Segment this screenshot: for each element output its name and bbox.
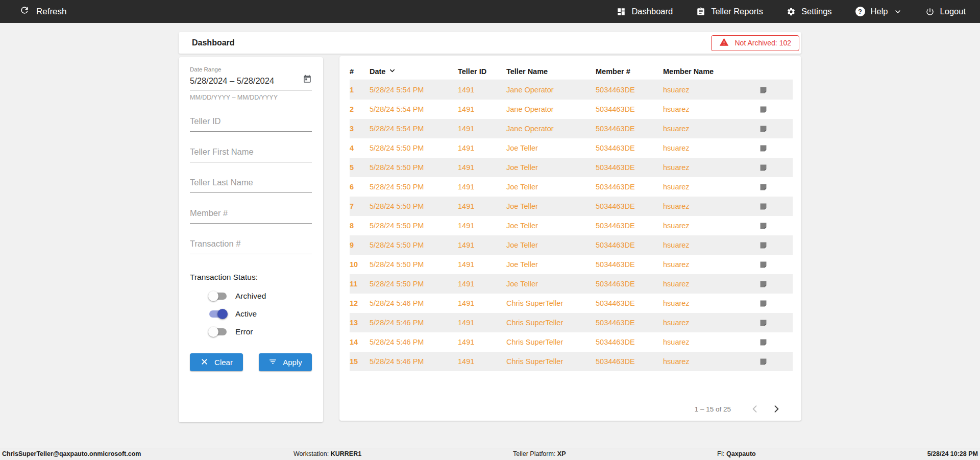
cell-member-number: 5034463DE — [596, 299, 663, 307]
cell-row-number: 1 — [350, 86, 370, 94]
gear-icon — [787, 7, 796, 16]
clear-label: Clear — [214, 358, 233, 367]
table-row[interactable]: 12 5/28/24 5:46 PM 1491 Chris SuperTelle… — [350, 294, 793, 313]
table-row[interactable]: 3 5/28/24 5:54 PM 1491 Jane Operator 503… — [350, 119, 793, 138]
cell-member-number: 5034463DE — [596, 125, 663, 133]
col-header-date-label: Date — [370, 67, 385, 76]
cell-member-number: 5034463DE — [596, 338, 663, 346]
cell-row-number: 4 — [350, 144, 370, 152]
cell-member-name: hsuarez — [663, 280, 757, 288]
member-number-input[interactable] — [190, 206, 312, 224]
refresh-icon — [19, 5, 30, 18]
status-toggle[interactable] — [208, 309, 228, 319]
status-toggle-row: Active — [208, 308, 312, 320]
col-header-date[interactable]: Date — [370, 67, 458, 76]
table-row[interactable]: 2 5/28/24 5:54 PM 1491 Jane Operator 503… — [350, 100, 793, 119]
workstation-status: Workstation: KURRER1 — [293, 448, 361, 460]
note-icon[interactable] — [757, 357, 793, 366]
cell-member-name: hsuarez — [663, 163, 757, 172]
col-header-teller-id: Teller ID — [458, 67, 506, 76]
status-toggle[interactable] — [208, 291, 228, 301]
table-row[interactable]: 4 5/28/24 5:50 PM 1491 Joe Teller 503446… — [350, 138, 793, 158]
not-archived-badge[interactable]: Not Archived: 102 — [711, 35, 799, 51]
previous-page-icon[interactable] — [748, 402, 762, 416]
filter-panel: Date Range 5/28/2024 – 5/28/2024 MM/DD/Y… — [179, 57, 323, 422]
table-row[interactable]: 9 5/28/24 5:50 PM 1491 Joe Teller 503446… — [350, 235, 793, 255]
note-icon[interactable] — [757, 125, 793, 133]
nav-item-settings[interactable]: Settings — [787, 7, 832, 16]
cell-row-number: 11 — [350, 280, 370, 288]
note-icon[interactable] — [757, 222, 793, 230]
note-icon[interactable] — [757, 163, 793, 172]
table-row[interactable]: 11 5/28/24 5:50 PM 1491 Joe Teller 50344… — [350, 274, 793, 294]
cell-member-number: 5034463DE — [596, 222, 663, 230]
help-icon: ? — [855, 7, 865, 16]
cell-row-number: 14 — [350, 338, 370, 346]
cell-teller-name: Jane Operator — [506, 86, 596, 94]
cell-row-number: 7 — [350, 202, 370, 210]
note-icon[interactable] — [757, 105, 793, 114]
note-icon[interactable] — [757, 144, 793, 153]
close-icon — [200, 357, 209, 368]
teller-first-name-input[interactable] — [190, 145, 312, 162]
table-row[interactable]: 1 5/28/24 5:54 PM 1491 Jane Operator 503… — [350, 80, 793, 100]
cell-teller-id: 1491 — [458, 105, 506, 113]
note-icon[interactable] — [757, 338, 793, 347]
cell-teller-id: 1491 — [458, 163, 506, 172]
cell-teller-id: 1491 — [458, 319, 506, 327]
cell-teller-name: Chris SuperTeller — [506, 338, 596, 346]
table-row[interactable]: 5 5/28/24 5:50 PM 1491 Joe Teller 503446… — [350, 158, 793, 177]
note-icon[interactable] — [757, 183, 793, 191]
table-row[interactable]: 6 5/28/24 5:50 PM 1491 Joe Teller 503446… — [350, 177, 793, 197]
note-icon[interactable] — [757, 280, 793, 288]
cell-teller-id: 1491 — [458, 86, 506, 94]
teller-last-name-input[interactable] — [190, 176, 312, 193]
note-icon[interactable] — [757, 202, 793, 211]
transaction-number-input[interactable] — [190, 237, 312, 254]
warning-icon — [719, 37, 729, 49]
next-page-icon[interactable] — [770, 402, 783, 416]
note-icon[interactable] — [757, 299, 793, 308]
refresh-label: Refresh — [36, 7, 67, 17]
table-row[interactable]: 13 5/28/24 5:46 PM 1491 Chris SuperTelle… — [350, 313, 793, 332]
nav-item-dashboard[interactable]: Dashboard — [617, 7, 673, 16]
cell-member-name: hsuarez — [663, 125, 757, 133]
table-header-row: # Date Teller ID Teller Name Member # Me… — [350, 63, 793, 80]
cell-member-number: 5034463DE — [596, 202, 663, 210]
note-icon[interactable] — [757, 241, 793, 250]
table-row[interactable]: 7 5/28/24 5:50 PM 1491 Joe Teller 503446… — [350, 197, 793, 216]
calendar-icon[interactable] — [303, 75, 312, 86]
table-row[interactable]: 15 5/28/24 5:46 PM 1491 Chris SuperTelle… — [350, 352, 793, 371]
cell-teller-name: Joe Teller — [506, 280, 596, 288]
date-range-field[interactable]: 5/28/2024 – 5/28/2024 — [190, 75, 312, 90]
teller-id-input[interactable] — [190, 114, 312, 132]
clear-button[interactable]: Clear — [190, 353, 243, 371]
status-toggle[interactable] — [208, 327, 228, 337]
apply-button[interactable]: Apply — [259, 353, 312, 371]
cell-member-number: 5034463DE — [596, 319, 663, 327]
cell-teller-id: 1491 — [458, 144, 506, 152]
cell-teller-id: 1491 — [458, 183, 506, 191]
table-row[interactable]: 10 5/28/24 5:50 PM 1491 Joe Teller 50344… — [350, 255, 793, 274]
logged-in-user: ChrisSuperTeller@qaxpauto.onmicrosoft.co… — [2, 448, 141, 460]
table-row[interactable]: 14 5/28/24 5:46 PM 1491 Chris SuperTelle… — [350, 332, 793, 352]
status-timestamp: 5/28/24 10:28 PM — [927, 448, 978, 460]
note-icon[interactable] — [757, 86, 793, 94]
refresh-button[interactable]: Refresh — [19, 5, 67, 18]
note-icon[interactable] — [757, 260, 793, 269]
clipboard-icon — [696, 7, 705, 16]
table-row[interactable]: 8 5/28/24 5:50 PM 1491 Joe Teller 503446… — [350, 216, 793, 235]
cell-row-number: 5 — [350, 163, 370, 172]
page-title: Dashboard — [192, 38, 235, 47]
nav-item-logout[interactable]: Logout — [925, 7, 966, 16]
cell-teller-name: Joe Teller — [506, 202, 596, 210]
cell-date: 5/28/24 5:50 PM — [370, 280, 458, 288]
cell-teller-name: Joe Teller — [506, 241, 596, 249]
nav-item-teller-reports[interactable]: Teller Reports — [696, 7, 763, 16]
nav-label: Logout — [940, 7, 966, 16]
col-header-teller-name: Teller Name — [506, 67, 596, 76]
note-icon[interactable] — [757, 319, 793, 327]
cell-date: 5/28/24 5:50 PM — [370, 222, 458, 230]
cell-row-number: 6 — [350, 183, 370, 191]
nav-item-help[interactable]: ? Help — [855, 7, 902, 16]
